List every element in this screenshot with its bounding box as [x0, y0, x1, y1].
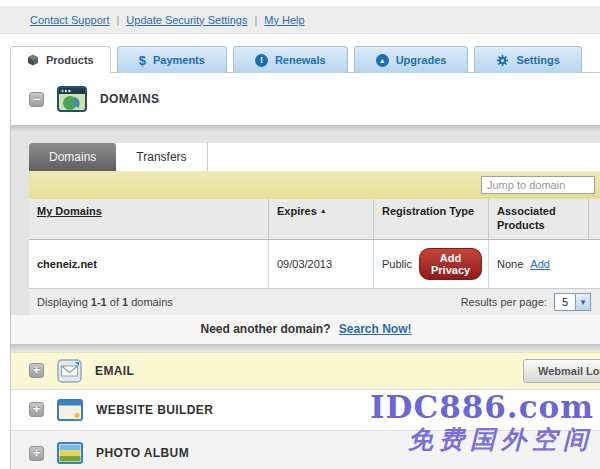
tab-payments[interactable]: $ Payments: [117, 46, 227, 73]
website-builder-section-title: WEBSITE BUILDER: [96, 403, 213, 417]
email-section-title: EMAIL: [95, 364, 134, 378]
website-builder-section-row: + WEBSITE BUILDER: [11, 390, 600, 431]
tab-products[interactable]: Products: [10, 46, 111, 73]
website-builder-icon: [57, 399, 83, 421]
need-domain-text: Need another domain?: [200, 322, 330, 336]
webmail-login-button[interactable]: Webmail Login: [523, 359, 600, 383]
jump-to-domain-bar: [29, 171, 600, 199]
expires-cell: 09/03/2013: [269, 240, 374, 288]
products-box-icon: [27, 54, 39, 66]
tab-label: Upgrades: [396, 54, 447, 66]
subtab-domains[interactable]: Domains: [29, 143, 116, 171]
domain-table-row: cheneiz.net 09/03/2013 Public Add Privac…: [29, 240, 600, 289]
domains-table-header: My Domains Expires▲ Registration Type As…: [29, 199, 600, 240]
add-privacy-button[interactable]: Add Privacy: [419, 248, 482, 280]
domains-icon: [57, 86, 87, 112]
chevron-down-icon: ▾: [575, 294, 590, 310]
tab-settings[interactable]: Settings: [474, 46, 581, 73]
jump-to-domain-input[interactable]: [481, 176, 595, 194]
registration-type-cell: Public Add Privacy: [374, 240, 489, 288]
email-icon: [57, 359, 82, 383]
column-header-expires[interactable]: Expires▲: [269, 199, 374, 239]
column-header-registration-type: Registration Type: [374, 199, 489, 239]
update-security-settings-link[interactable]: Update Security Settings: [126, 14, 247, 26]
dollar-icon: $: [139, 53, 146, 68]
domains-table: My Domains Expires▲ Registration Type As…: [29, 199, 600, 315]
results-per-page: Results per page: 5 ▾: [461, 293, 591, 311]
column-header-associated-products: Associated Products: [489, 199, 589, 239]
add-associated-product-link[interactable]: Add: [530, 258, 550, 270]
selected-page-size: 5: [555, 294, 575, 310]
domains-table-footer: Displaying 1-1 of 1 domains Results per …: [29, 289, 600, 315]
photo-album-icon: [57, 442, 83, 464]
expand-photo-album-button[interactable]: +: [29, 446, 44, 461]
tab-label: Renewals: [275, 54, 326, 66]
email-section-row: + EMAIL Webmail Login: [11, 352, 600, 390]
alert-circle-icon: !: [255, 54, 268, 67]
tab-renewals[interactable]: ! Renewals: [233, 46, 348, 73]
photo-album-section-title: PHOTO ALBUM: [96, 446, 189, 460]
column-header-my-domains[interactable]: My Domains: [29, 199, 269, 239]
registration-type-value: Public: [382, 258, 412, 270]
collapse-domains-button[interactable]: −: [29, 92, 44, 107]
domain-search-prompt: Need another domain? Search Now!: [11, 315, 600, 344]
search-now-link[interactable]: Search Now!: [339, 322, 412, 336]
main-tab-bar: Products $ Payments ! Renewals ▲ Upgrade…: [10, 46, 582, 73]
tab-label: Payments: [153, 54, 205, 66]
displayed-range: 1-1: [91, 296, 107, 308]
domain-name-cell: cheneiz.net: [29, 240, 269, 288]
gear-icon: [496, 54, 509, 67]
expand-website-builder-button[interactable]: +: [29, 402, 44, 417]
products-panel: − DOMAINS Domains Transfers: [10, 72, 600, 469]
results-per-page-label: Results per page:: [461, 296, 547, 308]
contact-support-link[interactable]: Contact Support: [30, 14, 110, 26]
domain-name: cheneiz.net: [37, 258, 97, 270]
account-manager-screen: Contact Support | Update Security Settin…: [0, 0, 600, 469]
divider-band: [11, 125, 600, 133]
sort-asc-icon: ▲: [320, 207, 327, 214]
link-separator: |: [254, 14, 257, 26]
photo-album-section-row: + PHOTO ALBUM: [11, 431, 600, 469]
associated-products-cell: None Add: [489, 240, 600, 288]
domains-section-header: − DOMAINS: [11, 73, 600, 125]
my-help-link[interactable]: My Help: [264, 14, 304, 26]
domains-section-title: DOMAINS: [100, 92, 159, 106]
expires-label: Expires: [277, 205, 317, 217]
results-per-page-select[interactable]: 5 ▾: [554, 293, 591, 311]
link-separator: |: [117, 14, 120, 26]
associated-products-value: None: [497, 258, 523, 270]
my-domains-sort-link[interactable]: My Domains: [37, 205, 102, 217]
divider-band: [11, 344, 600, 352]
tab-label: Settings: [516, 54, 559, 66]
expand-email-button[interactable]: +: [29, 363, 44, 378]
total-count: 1: [122, 296, 128, 308]
upgrade-circle-icon: ▲: [376, 54, 389, 67]
subtab-transfers[interactable]: Transfers: [116, 143, 207, 171]
displaying-count-text: Displaying 1-1 of 1 domains: [37, 296, 173, 308]
domains-content: Domains Transfers My Domains Expires▲ Re…: [11, 133, 600, 315]
tab-label: Products: [46, 54, 94, 66]
domains-subtabs: Domains Transfers: [29, 143, 600, 171]
tab-upgrades[interactable]: ▲ Upgrades: [354, 46, 469, 73]
top-links-bar: Contact Support | Update Security Settin…: [0, 6, 600, 34]
